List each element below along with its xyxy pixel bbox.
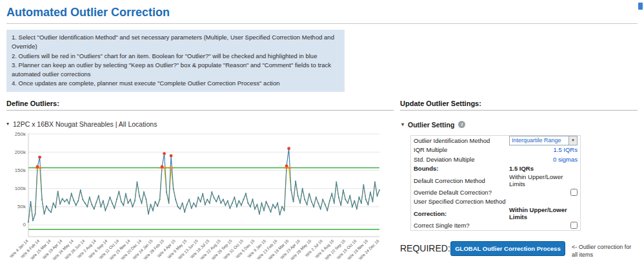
instructions-panel: 1. Select "Outlier Identification Method… (6, 30, 345, 92)
setting-label: Bounds: (414, 165, 509, 172)
setting-row-std-deviation-multiple: Std. Deviation Multiple0 sigmas (411, 155, 580, 164)
setting-label: Outlier Identification Method (414, 137, 509, 144)
setting-value (509, 198, 578, 206)
setting-value: 0 sigmas (509, 155, 578, 163)
required-label: REQUIRED: (400, 241, 450, 253)
setting-row-override-default-correction: Override Default Correction? (411, 187, 580, 197)
setting-label: IQR Multiple (414, 146, 509, 153)
setting-label: User Specified Correction Method (414, 198, 509, 205)
svg-text:W/e 24 Dec 16: W/e 24 Dec 16 (357, 238, 380, 261)
collapse-caret-icon[interactable]: ▾ (6, 122, 9, 127)
outlier-setting-group[interactable]: ▾ Outlier Setting i (401, 121, 638, 129)
chevron-down-icon[interactable]: ▼ (569, 136, 577, 145)
update-settings-panel: Update Outlier Settings: ▾ Outlier Setti… (400, 100, 638, 267)
define-outliers-panel: Define Outliers: ▾ 12PC x 16BX Nougat Sh… (6, 100, 394, 267)
instruction-line: 3. Planner can keep an outlier by select… (12, 61, 339, 80)
collapse-caret-icon[interactable]: ▾ (401, 122, 404, 127)
title-divider (6, 23, 638, 24)
item-label: 12PC x 16BX Nougat Shareables | All Loca… (13, 120, 157, 128)
instruction-line: 2. Outliers will be red in "Outliers" ch… (12, 52, 339, 61)
settings-table: Outlier Identification MethodInterquarti… (410, 135, 581, 231)
selected-option: Interquartile Range (510, 136, 569, 145)
setting-row-default-correction-method: Default Correction MethodWithin Upper/Lo… (411, 173, 580, 187)
outlier-identification-method-select[interactable]: Interquartile Range▼ (509, 136, 578, 145)
correct-single-item-checkbox[interactable] (570, 222, 578, 229)
info-icon[interactable]: i (458, 121, 465, 128)
instruction-line: 1. Select "Outlier Identification Method… (12, 33, 339, 52)
override-default-correction-checkbox[interactable] (570, 189, 578, 196)
setting-value: 1.5 IQRs (509, 165, 578, 173)
global-correction-button[interactable]: GLOBAL Outlier Correction Process (450, 241, 565, 256)
setting-value: Within Upper/Lower Limits (509, 206, 578, 220)
setting-row-correction: Correction:Within Upper/Lower Limits (411, 206, 580, 220)
update-settings-header: Update Outlier Settings: (400, 100, 638, 111)
define-outliers-header: Define Outliers: (6, 100, 394, 111)
svg-text:100k: 100k (15, 186, 26, 191)
vertical-scrollbar-thumb[interactable] (638, 3, 643, 10)
setting-label: Correction: (414, 210, 509, 217)
setting-label: Std. Deviation Multiple (414, 156, 509, 163)
outlier-setting-label: Outlier Setting (408, 121, 454, 129)
setting-label: Correct Single Item? (414, 222, 509, 229)
item-expander-row[interactable]: ▾ 12PC x 16BX Nougat Shareables | All Lo… (6, 120, 394, 128)
setting-value (509, 188, 578, 196)
svg-text:150k: 150k (15, 167, 26, 173)
page-title: Automated Outlier Correction (6, 6, 638, 19)
instruction-line: 4. Once updates are complete, planner mu… (12, 79, 339, 88)
svg-text:200k: 200k (15, 149, 26, 155)
setting-label: Override Default Correction? (414, 189, 509, 196)
setting-value: Within Upper/Lower Limits (509, 173, 578, 187)
global-button-note: <- Outlier correction for all items (572, 241, 638, 259)
setting-row-outlier-identification-method: Outlier Identification MethodInterquarti… (411, 136, 580, 145)
setting-row-iqr-multiple: IQR Multiple1.5 IQRs (411, 145, 580, 155)
global-action-row: REQUIRED: GLOBAL Outlier Correction Proc… (400, 241, 638, 259)
svg-text:50k: 50k (17, 204, 26, 209)
svg-text:0: 0 (23, 222, 26, 228)
setting-label: Default Correction Method (414, 177, 509, 184)
setting-row-bounds: Bounds:1.5 IQRs (411, 164, 580, 174)
setting-row-user-specified-correction-method: User Specified Correction Method (411, 197, 580, 207)
setting-value: Interquartile Range▼ (509, 136, 578, 145)
setting-value (509, 221, 578, 229)
setting-row-correct-single-item: Correct Single Item? (411, 220, 580, 230)
outlier-chart: 050k100k150k200k250kW/e 4 Jan 14W/e 8 Fe… (6, 128, 386, 267)
setting-value: 1.5 IQRs (509, 146, 578, 154)
svg-text:250k: 250k (15, 131, 26, 136)
